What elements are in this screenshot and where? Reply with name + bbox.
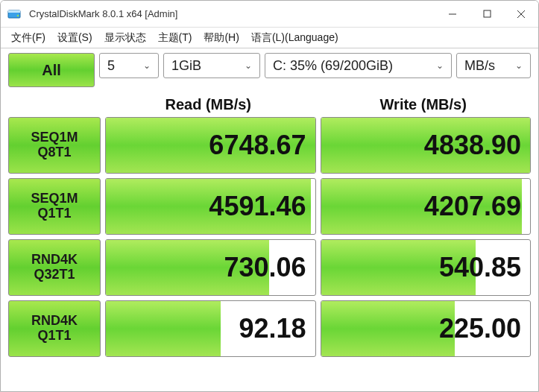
write-value-cell: 4207.69 — [321, 178, 532, 235]
svg-rect-1 — [8, 10, 20, 13]
test-button-rnd4k-q1t1[interactable]: RND4K Q1T1 — [8, 300, 101, 357]
test-label-line2: Q8T1 — [37, 145, 71, 160]
menu-language[interactable]: 语言(L)(Language) — [245, 29, 344, 47]
drive-value: C: 35% (69/200GiB) — [273, 58, 393, 74]
size-dropdown[interactable]: 1GiB ⌄ — [163, 53, 260, 78]
write-value-cell: 225.00 — [321, 300, 532, 357]
test-label-line2: Q1T1 — [37, 206, 71, 221]
app-icon — [7, 7, 22, 22]
all-button-label: All — [42, 62, 61, 79]
write-value: 4207.69 — [424, 191, 521, 222]
write-header: Write (MB/s) — [316, 96, 532, 113]
read-value: 92.18 — [239, 313, 306, 344]
menu-display-status[interactable]: 显示状态 — [98, 29, 152, 47]
read-value-cell: 92.18 — [105, 300, 316, 357]
minimize-button[interactable] — [435, 1, 470, 27]
close-button[interactable] — [504, 1, 538, 27]
read-value-cell: 730.06 — [105, 239, 316, 296]
test-button-seq1m-q1t1[interactable]: SEQ1M Q1T1 — [8, 178, 101, 235]
titlebar: CrystalDiskMark 8.0.1 x64 [Admin] — [1, 1, 538, 28]
menu-theme[interactable]: 主题(T) — [152, 29, 198, 47]
chevron-down-icon: ⌄ — [245, 60, 252, 71]
result-row: RND4K Q1T1 92.18 225.00 — [8, 300, 531, 357]
result-row: SEQ1M Q8T1 6748.67 4838.90 — [8, 117, 531, 174]
drive-dropdown[interactable]: C: 35% (69/200GiB) ⌄ — [265, 53, 452, 78]
svg-rect-4 — [484, 10, 491, 17]
read-value: 6748.67 — [209, 130, 306, 161]
read-value-cell: 6748.67 — [105, 117, 316, 174]
read-value: 4591.46 — [209, 191, 306, 222]
footer-blank — [8, 361, 531, 391]
read-value: 730.06 — [224, 252, 306, 283]
test-label-line1: RND4K — [31, 253, 78, 268]
unit-value: MB/s — [464, 58, 495, 74]
maximize-button[interactable] — [470, 1, 504, 27]
dropdowns: 5 ⌄ 1GiB ⌄ C: 35% (69/200GiB) ⌄ MB/s ⌄ — [99, 53, 531, 87]
read-header: Read (MB/s) — [101, 96, 316, 113]
menu-file[interactable]: 文件(F) — [5, 29, 51, 47]
test-label-line1: RND4K — [31, 314, 78, 329]
toolbar: All 5 ⌄ 1GiB ⌄ C: 35% (69/200GiB) ⌄ MB/s… — [1, 48, 538, 92]
result-row: RND4K Q32T1 730.06 540.85 — [8, 239, 531, 296]
read-bar — [106, 301, 221, 356]
window-title: CrystalDiskMark 8.0.1 x64 [Admin] — [28, 8, 435, 19]
test-button-rnd4k-q32t1[interactable]: RND4K Q32T1 — [8, 239, 101, 296]
write-value: 225.00 — [439, 313, 521, 344]
menu-help[interactable]: 帮助(H) — [198, 29, 245, 47]
svg-point-2 — [17, 14, 19, 16]
chevron-down-icon: ⌄ — [143, 60, 151, 71]
window-controls — [435, 1, 538, 27]
write-value: 540.85 — [439, 252, 521, 283]
runs-value: 5 — [107, 58, 115, 74]
test-label-line1: SEQ1M — [31, 192, 78, 206]
test-label-line2: Q1T1 — [37, 329, 71, 344]
test-label-line2: Q32T1 — [34, 268, 75, 282]
chevron-down-icon: ⌄ — [436, 60, 444, 71]
all-button[interactable]: All — [8, 53, 95, 87]
runs-dropdown[interactable]: 5 ⌄ — [99, 53, 159, 78]
write-bar — [321, 301, 456, 356]
read-value-cell: 4591.46 — [105, 178, 316, 235]
chevron-down-icon: ⌄ — [515, 60, 523, 71]
size-value: 1GiB — [171, 58, 201, 74]
result-row: SEQ1M Q1T1 4591.46 4207.69 — [8, 178, 531, 235]
unit-dropdown[interactable]: MB/s ⌄ — [456, 53, 531, 78]
menu-settings[interactable]: 设置(S) — [51, 29, 98, 47]
write-value-cell: 4838.90 — [321, 117, 532, 174]
menubar: 文件(F) 设置(S) 显示状态 主题(T) 帮助(H) 语言(L)(Langu… — [1, 28, 538, 48]
column-headers: Read (MB/s) Write (MB/s) — [1, 92, 538, 117]
test-label-line1: SEQ1M — [31, 130, 78, 145]
results-grid: SEQ1M Q8T1 6748.67 4838.90 SEQ1M Q1T1 45… — [1, 117, 538, 357]
test-button-seq1m-q8t1[interactable]: SEQ1M Q8T1 — [8, 117, 101, 174]
write-value-cell: 540.85 — [321, 239, 532, 296]
write-value: 4838.90 — [424, 130, 521, 161]
